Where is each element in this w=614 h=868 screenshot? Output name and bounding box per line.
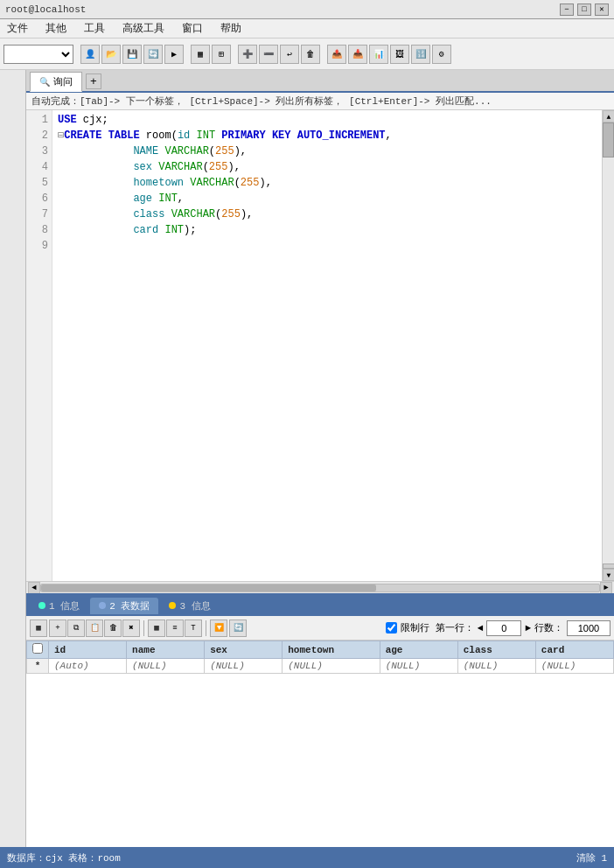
table-row[interactable]: * (Auto) (NULL) (NULL) (NULL) (NULL) (NU… (27, 659, 614, 674)
query-tab-1[interactable]: 🔍 询问 (30, 72, 82, 92)
row-count-label: 行数： (534, 621, 563, 634)
cell-sex[interactable]: (NULL) (205, 659, 283, 674)
rt-clear-icon[interactable]: ✖ (122, 620, 140, 637)
content-area: 🔍 询问 + 自动完成：[Tab]-> 下一个标签， [Ctrl+Space]-… (26, 70, 614, 847)
scroll-left-button[interactable]: ◄ (28, 582, 40, 594)
tb-grid-icon[interactable]: ⊞ (212, 45, 231, 64)
editor-scrollbar-h[interactable]: ◄ ► (26, 581, 614, 593)
col-id[interactable]: id (49, 641, 127, 659)
tb-table-icon[interactable]: ▦ (191, 45, 210, 64)
result-tab-1[interactable]: 1 信息 (30, 598, 88, 614)
tb-add-icon[interactable]: ➕ (238, 45, 257, 64)
autocomplete-text: 自动完成：[Tab]-> 下一个标签， [Ctrl+Space]-> 列出所有标… (31, 96, 492, 107)
status-bar: 数据库：cjx 表格：room 清除 1 (0, 847, 614, 868)
prev-page-button[interactable]: ◄ (478, 623, 484, 634)
col-age[interactable]: age (380, 641, 457, 659)
row-count-input[interactable] (567, 620, 611, 636)
menu-help[interactable]: 帮助 (217, 19, 245, 38)
tb-chart-icon[interactable]: 📊 (369, 45, 388, 64)
result-tab-2[interactable]: 2 表数据 (90, 598, 158, 614)
result-table-container[interactable]: id name sex hometown age class card * (A (26, 640, 614, 847)
rt-filter-icon[interactable]: 🔽 (210, 620, 227, 637)
scroll-thumb-v[interactable] (603, 122, 614, 158)
title-bar-buttons: − □ ✕ (560, 4, 609, 16)
rt-add-icon[interactable]: + (49, 620, 66, 637)
close-button[interactable]: ✕ (595, 4, 609, 16)
rt-refresh-icon[interactable]: 🔄 (229, 620, 247, 637)
editor-scrollbar-v[interactable]: ▲ ▼ (602, 110, 614, 581)
col-name[interactable]: name (127, 641, 205, 659)
tb-minus-icon[interactable]: ➖ (259, 45, 278, 64)
tb-arrow-icon[interactable]: ↩ (280, 45, 299, 64)
maximize-button[interactable]: □ (577, 4, 591, 16)
tb-open-icon[interactable]: 📂 (101, 45, 121, 64)
editor-area[interactable]: 1 2 3 4 5 6 7 8 9 USE cjx; ⊟CREATE TABLE… (26, 110, 614, 581)
tb-config-icon[interactable]: ⚙ (432, 45, 451, 64)
rt-paste-icon[interactable]: 📋 (86, 620, 103, 637)
result-tab-3[interactable]: 3 信息 (160, 598, 219, 614)
row-marker: * (27, 659, 49, 674)
status-row-info: 清除 1 (576, 851, 607, 864)
menu-other[interactable]: 其他 (42, 19, 70, 38)
cell-id[interactable]: (Auto) (49, 659, 127, 674)
rt-icon-group1: + ⧉ 📋 🗑 ✖ (49, 620, 140, 637)
scroll-track-h[interactable] (40, 584, 600, 592)
col-class[interactable]: class (457, 641, 535, 659)
tb-calc-icon[interactable]: 🔢 (411, 45, 430, 64)
scroll-right-button[interactable]: ► (600, 582, 612, 594)
tb-export-icon[interactable]: 📤 (327, 45, 346, 64)
scroll-down-button[interactable]: ▼ (603, 569, 614, 581)
scroll-thumb-h[interactable] (41, 584, 376, 592)
result-tabs: 1 信息 2 表数据 3 信息 (26, 595, 614, 616)
tb-refresh-icon[interactable]: 🔄 (143, 45, 163, 64)
cell-age[interactable]: (NULL) (380, 659, 457, 674)
col-card[interactable]: card (535, 641, 613, 659)
col-sex[interactable]: sex (205, 641, 283, 659)
minimize-button[interactable]: − (560, 4, 574, 16)
cell-hometown[interactable]: (NULL) (283, 659, 380, 674)
rt-grid-icon[interactable]: ▦ (30, 620, 47, 637)
tb-user-icon[interactable]: 👤 (80, 45, 100, 64)
result-tab-3-label: 3 信息 (179, 599, 210, 612)
tb-save-icon[interactable]: 💾 (122, 45, 142, 64)
menu-advanced-tools[interactable]: 高级工具 (119, 19, 168, 38)
menu-bar: 文件 其他 工具 高级工具 窗口 帮助 (0, 19, 614, 38)
scroll-track-v[interactable] (603, 122, 614, 564)
col-checkbox[interactable] (27, 641, 49, 659)
main-area: 🔍 询问 + 自动完成：[Tab]-> 下一个标签， [Ctrl+Space]-… (0, 70, 614, 847)
toolbar: 👤 📂 💾 🔄 ▶ ▦ ⊞ ➕ ➖ ↩ 🗑 📤 📥 📊 🖼 🔢 ⚙ (0, 38, 614, 70)
cell-name[interactable]: (NULL) (127, 659, 205, 674)
menu-file[interactable]: 文件 (3, 19, 31, 38)
rt-list-icon[interactable]: ≡ (166, 620, 184, 637)
next-page-button[interactable]: ► (525, 623, 531, 634)
menu-window[interactable]: 窗口 (178, 19, 206, 38)
tb-delete-icon[interactable]: 🗑 (301, 45, 320, 64)
tb-import-icon[interactable]: 📥 (348, 45, 367, 64)
tb-image-icon[interactable]: 🖼 (390, 45, 409, 64)
status-db-info: 数据库：cjx 表格：room (7, 851, 121, 864)
scroll-up-button[interactable]: ▲ (603, 110, 614, 122)
sidebar (0, 70, 26, 847)
autocomplete-bar: 自动完成：[Tab]-> 下一个标签， [Ctrl+Space]-> 列出所有标… (26, 93, 614, 110)
first-row-input[interactable] (486, 620, 521, 636)
col-hometown[interactable]: hometown (283, 641, 380, 659)
rt-table-icon[interactable]: ▦ (148, 620, 165, 637)
query-tab-icon: 🔍 (39, 77, 50, 88)
rt-sep1 (143, 620, 144, 636)
rt-text-icon[interactable]: T (185, 620, 202, 637)
select-all-checkbox[interactable] (32, 643, 43, 654)
result-table: id name sex hometown age class card * (A (26, 640, 614, 674)
cell-class[interactable]: (NULL) (457, 659, 535, 674)
toolbar-dropdown[interactable] (3, 45, 73, 64)
title-text: root@localhost (5, 4, 86, 15)
new-tab-button[interactable]: + (86, 74, 101, 89)
result-toolbar: ▦ + ⧉ 📋 🗑 ✖ ▦ ≡ T 🔽 🔄 (26, 616, 614, 640)
tb-execute-icon[interactable]: ▶ (164, 45, 184, 64)
tab3-dot-icon (169, 602, 176, 609)
cell-card[interactable]: (NULL) (535, 659, 613, 674)
limit-row-checkbox[interactable] (386, 622, 397, 634)
code-editor[interactable]: USE cjx; ⊟CREATE TABLE room(id INT PRIMA… (52, 110, 602, 581)
menu-tools[interactable]: 工具 (80, 19, 108, 38)
rt-delete-icon[interactable]: 🗑 (104, 620, 122, 637)
rt-copy-icon[interactable]: ⧉ (67, 620, 85, 637)
